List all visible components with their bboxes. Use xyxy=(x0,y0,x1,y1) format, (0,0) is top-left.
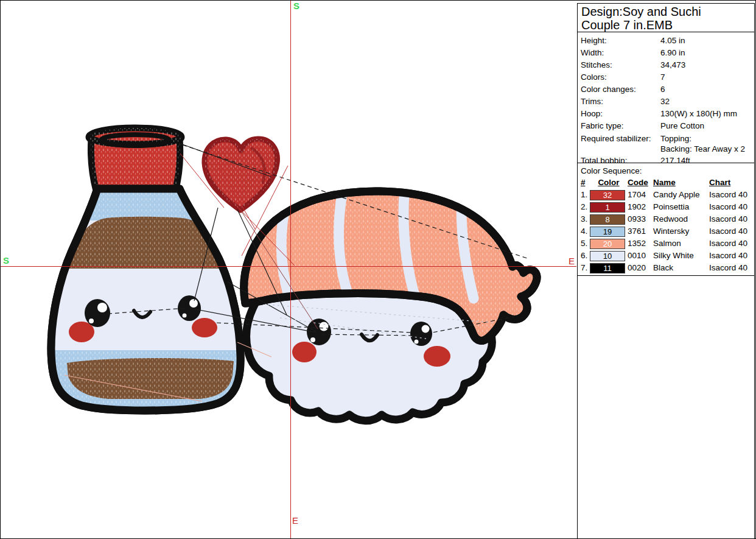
info-row-color-changes: Color changes:6 xyxy=(578,83,754,96)
color-row-5: 5. 20 1352 Salmon Isacord 40 xyxy=(581,238,754,250)
design-properties-box: Height:4.05 in Width:6.90 in Stitches:34… xyxy=(577,32,755,163)
color-row-6: 6. 10 0010 Silky White Isacord 40 xyxy=(581,250,754,262)
info-row-stabilizer: Required stabilizer: Topping: Backing: T… xyxy=(578,132,754,155)
info-row-height: Height:4.05 in xyxy=(578,35,754,47)
thread-swatch: 1 xyxy=(590,202,625,213)
embroidery-preview-window: S E S E Design:Soy and Suchi Couple 7 in… xyxy=(0,0,756,539)
color-row-3: 3. 8 0933 Redwood Isacord 40 xyxy=(581,213,754,225)
color-row-7: 7. 11 0020 Black Isacord 40 xyxy=(581,262,754,274)
color-row-1: 1. 32 1704 Candy Apple Isacord 40 xyxy=(581,189,754,201)
end-marker-right: E xyxy=(569,256,575,266)
start-marker-left: S xyxy=(3,255,9,266)
design-title-line1: Design:Soy and Suchi xyxy=(581,5,752,18)
thread-swatch: 32 xyxy=(590,190,625,200)
design-title-line2: Couple 7 in.EMB xyxy=(581,18,752,32)
thread-swatch: 8 xyxy=(590,214,625,225)
panel-empty-area xyxy=(577,275,755,539)
thread-swatch: 20 xyxy=(590,239,625,249)
info-row-fabric: Fabric type:Pure Cotton xyxy=(578,120,754,132)
start-marker-top: S xyxy=(293,1,299,11)
design-title-box: Design:Soy and Suchi Couple 7 in.EMB xyxy=(577,3,755,32)
stabilizer-topping: Topping: xyxy=(660,133,754,144)
color-sequence-box: Color Sequence: # Color Code Name Chart … xyxy=(577,163,755,276)
info-row-width: Width:6.90 in xyxy=(578,47,754,59)
info-row-stitches: Stitches:34,473 xyxy=(578,59,754,71)
design-info-panel: Design:Soy and Suchi Couple 7 in.EMB Hei… xyxy=(577,0,756,539)
thread-swatch: 11 xyxy=(590,263,625,273)
info-row-hoop: Hoop:130(W) x 180(H) mm xyxy=(578,108,754,120)
stabilizer-backing: Backing: Tear Away x 2 xyxy=(660,144,754,154)
thread-swatch: 19 xyxy=(590,227,625,237)
info-row-trims: Trims:32 xyxy=(578,96,754,108)
color-row-2: 2. 1 1902 Poinsettia Isacord 40 xyxy=(581,201,754,213)
info-row-colors: Colors:7 xyxy=(578,71,754,83)
color-sequence-header: # Color Code Name Chart xyxy=(581,177,754,189)
thread-swatch: 10 xyxy=(590,251,625,261)
color-row-4: 4. 19 3761 Wintersky Isacord 40 xyxy=(581,225,754,238)
end-marker-bottom: E xyxy=(292,515,298,526)
design-canvas: S E S E xyxy=(0,0,578,539)
color-sequence-label: Color Sequence: xyxy=(581,165,754,177)
heart-graphic xyxy=(205,139,277,210)
